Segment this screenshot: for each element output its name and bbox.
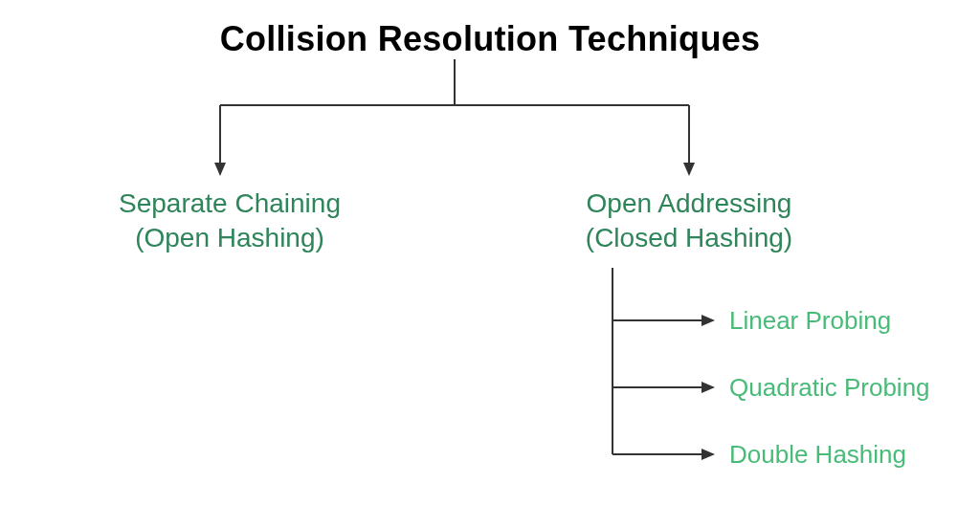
leaf-double-hashing: Double Hashing [729, 440, 906, 470]
branch-separate-chaining: Separate Chaining (Open Hashing) [91, 187, 368, 255]
separate-chaining-line1: Separate Chaining [91, 187, 368, 221]
leaf-linear-probing: Linear Probing [729, 306, 891, 336]
diagram-title: Collision Resolution Techniques [0, 19, 980, 59]
open-addressing-line1: Open Addressing [550, 187, 828, 221]
separate-chaining-line2: (Open Hashing) [91, 221, 368, 255]
open-addressing-line2: (Closed Hashing) [550, 221, 828, 255]
branch-open-addressing: Open Addressing (Closed Hashing) [550, 187, 828, 255]
leaf-quadratic-probing: Quadratic Probing [729, 373, 930, 403]
